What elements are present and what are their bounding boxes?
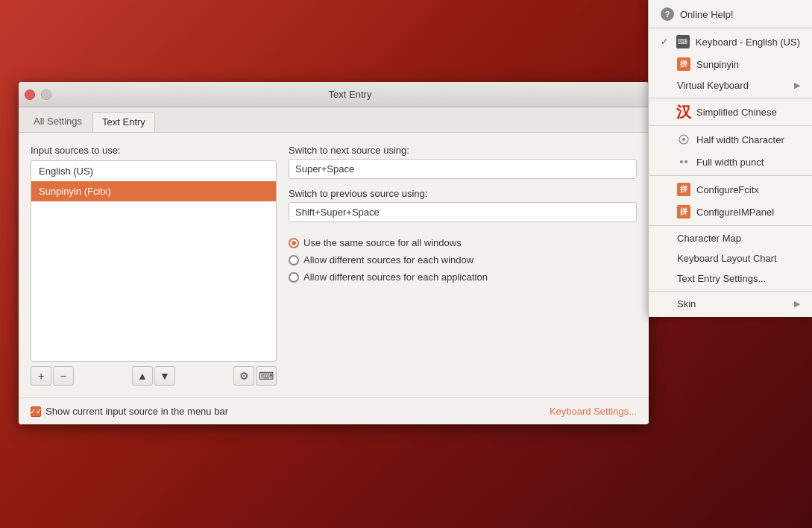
- bottom-bar: ✓ Show current input source in the menu …: [19, 397, 649, 424]
- checkbox-icon: ✓: [31, 406, 41, 417]
- svg-point-10: [680, 160, 683, 163]
- menu-label-keyboard-layout-chart: Keyboard Layout Chart: [677, 253, 777, 264]
- keyboard-layout-button[interactable]: ⌨: [256, 366, 277, 386]
- radio-group: Use the same source for all windows Allo…: [289, 237, 637, 283]
- sources-list: English (US) Sunpinyin (Fcitx): [31, 160, 277, 362]
- tab-all-settings[interactable]: All Settings: [25, 112, 91, 132]
- menu-item-virtual-keyboard[interactable]: Virtual Keyboard ▶: [649, 75, 812, 95]
- help-icon: ?: [661, 7, 674, 21]
- tools-group: ⚙ ⌨: [233, 366, 277, 386]
- menu-item-skin[interactable]: Skin ▶: [649, 294, 812, 314]
- menu-item-character-map[interactable]: Character Map: [649, 228, 812, 248]
- prev-source-input[interactable]: [289, 202, 637, 222]
- separator-5: [649, 225, 812, 226]
- right-panel: Switch to next source using: Switch to p…: [289, 145, 637, 386]
- source-settings-button[interactable]: ⚙: [233, 366, 254, 386]
- menu-item-keyboard-layout-chart[interactable]: Keyboard Layout Chart: [649, 248, 812, 268]
- move-up-button[interactable]: ▲: [132, 366, 153, 386]
- check-keyboard-english: ✓: [661, 37, 670, 47]
- move-down-button[interactable]: ▼: [154, 366, 175, 386]
- menu-label-online-help: Online Help!: [680, 9, 734, 20]
- menu-item-full-width[interactable]: Full width punct: [649, 151, 812, 173]
- dropdown-menu: ? Online Help! ✓ ⌨ Keyboard - English (U…: [648, 0, 812, 317]
- main-window: Text Entry All Settings Text Entry Input…: [19, 82, 649, 424]
- separator-4: [649, 175, 812, 176]
- menu-item-online-help[interactable]: ? Online Help!: [649, 3, 812, 25]
- radio-circle-window: [289, 255, 299, 265]
- left-panel: Input sources to use: English (US) Sunpi…: [31, 145, 277, 386]
- remove-source-button[interactable]: −: [53, 366, 74, 386]
- menu-label-sunpinyin: Sunpinyin: [696, 59, 739, 70]
- move-group: ▲ ▼: [132, 366, 175, 386]
- source-english[interactable]: English (US): [31, 161, 276, 181]
- menu-label-configure-impanel: ConfigureIMPanel: [696, 207, 774, 218]
- menu-label-keyboard-english: Keyboard - English (US): [696, 37, 800, 48]
- next-source-label: Switch to next source using:: [289, 145, 637, 156]
- show-input-source-checkbox[interactable]: ✓ Show current input source in the menu …: [31, 406, 228, 417]
- minimize-button[interactable]: [41, 89, 51, 100]
- separator-2: [649, 98, 812, 98]
- menu-label-full-width: Full width punct: [696, 157, 764, 168]
- radio-same-source[interactable]: Use the same source for all windows: [289, 237, 637, 248]
- radio-circle-app: [289, 272, 299, 283]
- arrow-virtual-keyboard: ▶: [794, 81, 800, 90]
- svg-point-9: [682, 138, 685, 141]
- separator-6: [649, 291, 812, 292]
- sunpinyin-icon: 拼: [677, 57, 690, 71]
- radio-label-window: Allow different sources for each window: [303, 254, 473, 265]
- menu-label-skin: Skin: [677, 298, 696, 309]
- menu-label-text-entry-settings: Text Entry Settings...: [677, 273, 766, 284]
- radio-per-window[interactable]: Allow different sources for each window: [289, 254, 637, 265]
- menu-item-sunpinyin[interactable]: 拼 Sunpinyin: [649, 53, 812, 75]
- menu-label-half-width: Half width Character: [696, 134, 784, 145]
- radio-per-app[interactable]: Allow different sources for each applica…: [289, 271, 637, 283]
- list-controls: + − ▲ ▼ ⚙ ⌨: [31, 366, 277, 386]
- window-content: Input sources to use: English (US) Sunpi…: [19, 133, 649, 397]
- checkbox-label: Show current input source in the menu ba…: [45, 406, 228, 417]
- tab-text-entry[interactable]: Text Entry: [92, 112, 155, 132]
- radio-label-app: Allow different sources for each applica…: [303, 271, 488, 283]
- separator-3: [649, 125, 812, 126]
- menu-item-text-entry-settings[interactable]: Text Entry Settings...: [649, 268, 812, 289]
- menu-item-simplified-chinese[interactable]: 汉 Simplified Chinese: [649, 101, 812, 123]
- menu-label-virtual-keyboard: Virtual Keyboard: [677, 80, 749, 91]
- window-title: Text Entry: [57, 89, 643, 100]
- next-source-input[interactable]: [289, 159, 637, 179]
- svg-point-11: [684, 160, 687, 163]
- half-width-icon: [677, 133, 690, 146]
- menu-item-keyboard-english[interactable]: ✓ ⌨ Keyboard - English (US): [649, 31, 812, 53]
- separator-1: [649, 28, 812, 28]
- close-button[interactable]: [25, 89, 35, 100]
- han-icon: 汉: [677, 105, 690, 119]
- menu-item-configure-fcitx[interactable]: 拼 ConfigureFcitx: [649, 178, 812, 201]
- menu-label-character-map: Character Map: [677, 233, 741, 244]
- menu-item-configure-impanel[interactable]: 拼 ConfigureIMPanel: [649, 201, 812, 223]
- radio-circle-same: [289, 238, 299, 248]
- configure-fcitx-icon: 拼: [677, 183, 690, 196]
- input-sources-label: Input sources to use:: [31, 145, 277, 156]
- content-layout: Input sources to use: English (US) Sunpi…: [31, 145, 637, 386]
- keyboard-icon: ⌨: [676, 35, 690, 48]
- full-width-icon: [677, 155, 690, 169]
- prev-source-label: Switch to previous source using:: [289, 188, 637, 199]
- keyboard-settings-link[interactable]: Keyboard Settings...: [550, 406, 637, 417]
- menu-label-simplified-chinese: Simplified Chinese: [696, 107, 777, 118]
- window-titlebar: Text Entry: [19, 82, 649, 107]
- radio-label-same: Use the same source for all windows: [303, 237, 462, 248]
- add-remove-group: + −: [31, 366, 74, 386]
- menu-item-half-width[interactable]: Half width Character: [649, 128, 812, 151]
- arrow-skin: ▶: [794, 299, 800, 309]
- tab-bar: All Settings Text Entry: [19, 107, 649, 133]
- menu-label-configure-fcitx: ConfigureFcitx: [696, 184, 759, 195]
- source-sunpinyin[interactable]: Sunpinyin (Fcitx): [31, 181, 276, 201]
- add-source-button[interactable]: +: [31, 366, 51, 386]
- configure-impanel-icon: 拼: [677, 205, 690, 219]
